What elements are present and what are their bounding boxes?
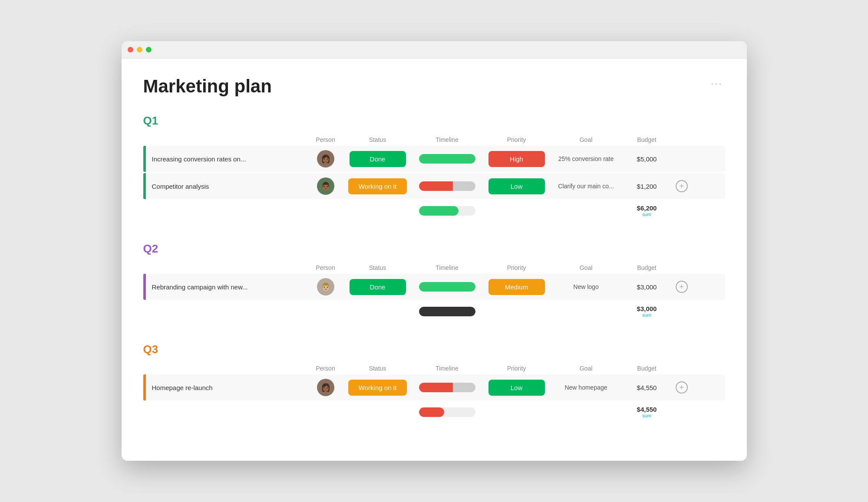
avatar-emoji: 👨🏼 <box>321 282 330 292</box>
summary-bar <box>419 407 445 417</box>
row-border <box>143 173 146 199</box>
summary-bar <box>419 206 459 216</box>
task-name: Homepage re-launch <box>152 384 213 391</box>
col-goal-q2: Goal <box>551 264 621 271</box>
status-cell[interactable]: Working on it <box>343 380 413 396</box>
timeline-cell <box>413 154 482 164</box>
person-cell: 👨🏾 <box>308 177 343 195</box>
summary-bar-wrap <box>419 206 475 216</box>
more-menu-button[interactable]: ··· <box>709 76 725 92</box>
q2-summary-row: $3,000 sum <box>143 302 725 321</box>
priority-cell[interactable]: Medium <box>482 279 551 295</box>
priority-badge[interactable]: Medium <box>488 279 545 295</box>
status-cell[interactable]: Done <box>343 151 413 167</box>
priority-badge[interactable]: High <box>488 151 545 167</box>
timeline-bar-wrap <box>419 282 475 292</box>
summary-budget: $6,200 sum <box>621 204 673 217</box>
app-window: Marketing plan ··· Q1 Person Status Time… <box>122 41 747 461</box>
summary-bar-wrap <box>419 307 475 316</box>
person-cell: 👩🏾 <box>308 379 343 396</box>
status-cell[interactable]: Working on it <box>343 178 413 194</box>
timeline-cell <box>413 181 482 191</box>
avatar-emoji: 👩🏾 <box>321 383 330 392</box>
priority-cell[interactable]: Low <box>482 380 551 396</box>
summary-sum-label: sum <box>642 413 651 418</box>
timeline-bar <box>419 383 475 392</box>
summary-sum-label: sum <box>642 312 651 318</box>
status-badge[interactable]: Done <box>350 279 406 295</box>
summary-timeline <box>413 307 482 316</box>
col-status-q3: Status <box>343 365 413 372</box>
task-cell: Rebranding campaign with new... <box>143 274 308 300</box>
add-col: + <box>673 180 690 192</box>
q3-section: Q3 Person Status Timeline Priority Goal … <box>143 343 725 422</box>
table-row: Rebranding campaign with new... 👨🏼 Done <box>143 274 725 300</box>
q1-section: Q1 Person Status Timeline Priority Goal … <box>143 114 725 220</box>
timeline-bar <box>419 181 475 191</box>
budget-cell: $3,000 <box>621 283 673 291</box>
col-timeline-q3: Timeline <box>413 365 482 372</box>
row-border <box>143 146 146 172</box>
add-column-button[interactable]: + <box>676 281 688 293</box>
col-budget-q3: Budget <box>621 365 673 372</box>
summary-sum-label: sum <box>642 212 651 217</box>
q3-col-headers: Person Status Timeline Priority Goal Bud… <box>143 362 725 374</box>
col-person-q2: Person <box>308 264 343 271</box>
status-badge[interactable]: Working on it <box>348 380 407 396</box>
main-content: Marketing plan ··· Q1 Person Status Time… <box>122 59 747 461</box>
col-priority-q3: Priority <box>482 365 551 372</box>
col-priority-q1: Priority <box>482 136 551 143</box>
priority-badge[interactable]: Low <box>488 380 545 396</box>
col-budget-q2: Budget <box>621 264 673 271</box>
summary-budget-value: $4,550 <box>637 406 657 413</box>
priority-cell[interactable]: High <box>482 151 551 167</box>
add-column-button[interactable]: + <box>676 180 688 192</box>
summary-bar-wrap <box>419 407 475 417</box>
col-timeline-q1: Timeline <box>413 136 482 143</box>
avatar: 👩🏾 <box>317 379 334 396</box>
q1-header: Q1 <box>143 114 725 128</box>
summary-budget-value: $3,000 <box>637 305 657 312</box>
avatar-emoji: 👩🏾 <box>321 154 330 164</box>
summary-budget: $4,550 sum <box>621 406 673 418</box>
q1-summary-row: $6,200 sum <box>143 201 725 220</box>
status-badge[interactable]: Done <box>350 151 406 167</box>
avatar-emoji: 👨🏾 <box>321 181 330 191</box>
q2-section: Q2 Person Status Timeline Priority Goal … <box>143 242 725 321</box>
summary-budget: $3,000 sum <box>621 305 673 318</box>
q3-summary-row: $4,550 sum <box>143 402 725 422</box>
minimize-dot[interactable] <box>137 47 142 52</box>
col-goal-q3: Goal <box>551 365 621 372</box>
row-border <box>143 374 146 400</box>
goal-cell: New logo <box>551 283 621 290</box>
add-column-button[interactable]: + <box>676 381 688 394</box>
avatar: 👨🏼 <box>317 278 334 295</box>
timeline-bar-wrap <box>419 154 475 164</box>
summary-timeline <box>413 206 482 216</box>
col-status-q2: Status <box>343 264 413 271</box>
budget-cell: $4,550 <box>621 384 673 391</box>
maximize-dot[interactable] <box>146 47 152 52</box>
q2-header: Q2 <box>143 242 725 256</box>
row-border <box>143 274 146 300</box>
task-name: Rebranding campaign with new... <box>152 283 248 291</box>
q3-header: Q3 <box>143 343 725 356</box>
avatar: 👨🏾 <box>317 177 334 195</box>
q3-title: Q3 <box>143 343 158 356</box>
status-cell[interactable]: Done <box>343 279 413 295</box>
close-dot[interactable] <box>128 47 133 52</box>
summary-bar-dark <box>419 307 475 316</box>
task-cell: Homepage re-launch <box>143 374 308 400</box>
priority-cell[interactable]: Low <box>482 178 551 194</box>
table-row: Competitor analysis 👨🏾 Working on it <box>143 173 725 199</box>
task-cell: Increasing conversion rates on... <box>143 146 308 172</box>
priority-badge[interactable]: Low <box>488 178 545 194</box>
avatar: 👩🏾 <box>317 150 334 167</box>
table-row: Increasing conversion rates on... 👩🏾 Don… <box>143 146 725 172</box>
q2-title: Q2 <box>143 242 158 256</box>
timeline-cell <box>413 282 482 292</box>
task-cell: Competitor analysis <box>143 173 308 199</box>
status-badge[interactable]: Working on it <box>348 178 407 194</box>
page-header: Marketing plan ··· <box>143 76 725 97</box>
timeline-bar-wrap <box>419 181 475 191</box>
